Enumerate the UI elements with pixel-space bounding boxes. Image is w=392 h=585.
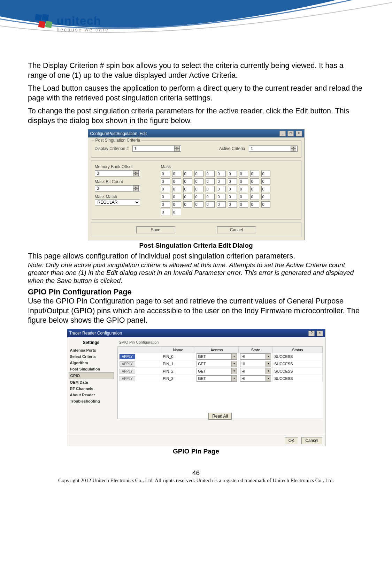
mask-cell[interactable]: 0: [161, 186, 170, 192]
mask-cell[interactable]: 0: [194, 194, 203, 200]
close-icon[interactable]: ×: [317, 331, 323, 336]
mask-cell[interactable]: 0: [261, 178, 270, 185]
mask-cell[interactable]: 0: [172, 178, 181, 185]
mask-cell[interactable]: 0: [183, 171, 192, 177]
mask-cell[interactable]: 0: [261, 171, 270, 177]
mask-cell[interactable]: 0: [172, 194, 181, 200]
spin-up-icon[interactable]: ▴: [291, 146, 296, 149]
access-select[interactable]: GET▾: [197, 368, 237, 374]
mask-cell[interactable]: 0: [239, 178, 248, 185]
mask-cell[interactable]: 0: [194, 201, 203, 208]
mask-cell[interactable]: 0: [239, 194, 248, 200]
minimize-icon[interactable]: _: [279, 131, 286, 136]
mask-cell[interactable]: 0: [161, 201, 170, 208]
cancel-button[interactable]: Cancel: [217, 226, 256, 233]
spin-down-icon[interactable]: ▾: [133, 173, 139, 176]
access-select[interactable]: GET▾: [197, 375, 237, 382]
state-select[interactable]: HI▾: [240, 353, 271, 360]
help-icon[interactable]: ?: [308, 331, 315, 336]
spin-up-icon[interactable]: ▴: [133, 186, 139, 188]
sidenav-item-post-singulation[interactable]: Post Singulation: [69, 366, 114, 372]
state-select[interactable]: HI▾: [240, 361, 271, 367]
mask-cell[interactable]: 0: [161, 171, 170, 177]
mask-cell[interactable]: 0: [228, 194, 237, 200]
mask-cell[interactable]: 0: [239, 171, 248, 177]
sidenav-item-about-reader[interactable]: About Reader: [69, 392, 114, 398]
mask-cell[interactable]: 0: [172, 186, 181, 192]
mask-cell[interactable]: 0: [206, 194, 215, 200]
mask-cell[interactable]: 0: [239, 186, 248, 192]
mask-cell[interactable]: 0: [161, 178, 170, 185]
sidenav-item-troubleshooting[interactable]: Troubleshooting: [69, 398, 114, 404]
active-criteria-input[interactable]: [250, 146, 291, 151]
mask-cell[interactable]: 0: [228, 186, 237, 192]
mask-cell[interactable]: 0: [194, 171, 203, 177]
access-select[interactable]: GET▾: [197, 353, 237, 360]
close-icon[interactable]: ×: [296, 131, 302, 136]
mask-cell[interactable]: 0: [228, 201, 237, 208]
ok-button[interactable]: OK: [285, 437, 298, 444]
sidenav-item-oem-data[interactable]: OEM Data: [69, 379, 114, 385]
chevron-down-icon[interactable]: ▾: [231, 354, 237, 359]
cancel-button[interactable]: Cancel: [301, 437, 322, 444]
apply-button[interactable]: APPLY: [120, 369, 136, 374]
mask-cell[interactable]: 0: [217, 201, 226, 208]
sidenav-item-rf-channels[interactable]: RF Channels: [69, 385, 114, 392]
chevron-down-icon[interactable]: ▾: [266, 368, 271, 374]
chevron-down-icon[interactable]: ▾: [266, 354, 271, 359]
mask-cell[interactable]: 0: [206, 171, 215, 177]
chevron-down-icon[interactable]: ▾: [231, 361, 237, 367]
spin-up-icon[interactable]: ▴: [133, 171, 139, 173]
chevron-down-icon[interactable]: ▾: [231, 376, 237, 381]
mask-cell[interactable]: 0: [172, 209, 181, 215]
mask-cell[interactable]: 0: [250, 178, 259, 185]
mask-cell[interactable]: 0: [228, 171, 237, 177]
mask-cell[interactable]: 0: [250, 171, 259, 177]
sidenav-item-antenna-ports[interactable]: Antenna Ports: [69, 347, 114, 353]
mask-cell[interactable]: 0: [161, 194, 170, 200]
sidenav-item-algorithm[interactable]: Algorithm: [69, 360, 114, 366]
apply-button[interactable]: APPLY: [120, 376, 136, 381]
active-criteria-spinbox[interactable]: ▴▾: [249, 145, 298, 152]
chevron-down-icon[interactable]: ▾: [231, 368, 237, 374]
mask-cell[interactable]: 0: [183, 186, 192, 192]
mask-cell[interactable]: 0: [183, 178, 192, 185]
mask-cell[interactable]: 0: [183, 201, 192, 208]
state-select[interactable]: HI▾: [240, 368, 271, 374]
mask-cell[interactable]: 0: [183, 194, 192, 200]
mask-cell[interactable]: 0: [250, 201, 259, 208]
mask-bit-count-spinbox[interactable]: ▴▾: [95, 185, 140, 192]
display-criterion-spinbox[interactable]: ▴▾: [132, 145, 181, 152]
mask-cell[interactable]: 0: [217, 171, 226, 177]
access-select[interactable]: GET▾: [197, 361, 237, 367]
mask-cell[interactable]: 0: [217, 178, 226, 185]
apply-button[interactable]: APPLY: [120, 354, 136, 359]
apply-button[interactable]: APPLY: [120, 361, 136, 367]
memory-bank-offset-spinbox[interactable]: ▴▾: [95, 170, 140, 177]
read-all-button[interactable]: Read All: [208, 413, 232, 420]
mask-cell[interactable]: 0: [250, 194, 259, 200]
maximize-icon[interactable]: □: [287, 131, 294, 136]
mask-cell[interactable]: 0: [161, 209, 170, 215]
spin-down-icon[interactable]: ▾: [133, 188, 139, 191]
mask-cell[interactable]: 0: [206, 201, 215, 208]
mask-cell[interactable]: 0: [194, 178, 203, 185]
mask-cell[interactable]: 0: [261, 194, 270, 200]
spin-up-icon[interactable]: ▴: [174, 146, 180, 149]
state-select[interactable]: HI▾: [240, 375, 271, 382]
spin-down-icon[interactable]: ▾: [174, 149, 180, 151]
mask-cell[interactable]: 0: [194, 186, 203, 192]
chevron-down-icon[interactable]: ▾: [266, 376, 271, 381]
mask-cell[interactable]: 0: [261, 201, 270, 208]
mask-cell[interactable]: 0: [261, 186, 270, 192]
mask-cell[interactable]: 0: [217, 194, 226, 200]
mask-cell[interactable]: 0: [206, 186, 215, 192]
mask-cell[interactable]: 0: [206, 178, 215, 185]
mask-cell[interactable]: 0: [250, 186, 259, 192]
sidenav-item-gpio[interactable]: GPIO: [69, 372, 114, 379]
save-button[interactable]: Save: [136, 226, 175, 233]
sidenav-item-select-criteria[interactable]: Select Criteria: [69, 353, 114, 360]
display-criterion-input[interactable]: [134, 146, 174, 151]
spin-down-icon[interactable]: ▾: [291, 149, 296, 151]
mask-cell[interactable]: 0: [172, 201, 181, 208]
